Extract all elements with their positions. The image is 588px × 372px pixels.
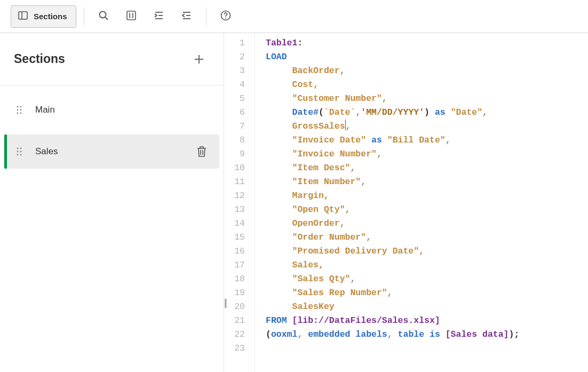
code-line[interactable]: "Order Number", [266, 231, 519, 244]
svg-point-27 [17, 154, 19, 156]
sections-panel-title: Sections [14, 52, 65, 66]
main-area: Sections MainSales || 123456789101112131… [0, 33, 588, 372]
code-editor[interactable]: 1234567891011121314151617181920212223 Ta… [224, 33, 588, 372]
search-button[interactable] [92, 5, 115, 28]
svg-point-25 [17, 151, 19, 153]
code-line[interactable]: FROM [lib://DataFiles/Sales.xlsx] [266, 314, 519, 328]
comment-button[interactable] [120, 5, 143, 28]
sections-list: MainSales [0, 85, 224, 372]
line-number: 8 [224, 133, 245, 147]
drag-handle-icon[interactable] [16, 146, 23, 157]
line-number: 22 [224, 328, 245, 342]
delete-section-button[interactable] [194, 144, 210, 160]
code-line[interactable]: BackOrder, [266, 64, 519, 78]
line-number: 6 [224, 106, 245, 120]
svg-point-26 [20, 151, 22, 153]
section-item[interactable]: Sales [4, 134, 219, 169]
indent-button[interactable] [147, 5, 171, 28]
sections-toggle-label: Sections [34, 12, 67, 21]
code-area[interactable]: Table1:LOAD BackOrder, Cost, "Customer N… [255, 33, 519, 372]
code-line[interactable]: (ooxml, embedded labels, table is [Sales… [266, 328, 519, 342]
code-line[interactable]: "Invoice Date" as "Bill Date", [266, 133, 519, 147]
sections-toggle-button[interactable]: Sections [11, 5, 76, 28]
section-item-label: Sales [35, 146, 182, 157]
top-toolbar: Sections [0, 0, 588, 33]
line-number: 23 [224, 342, 245, 355]
help-icon [220, 10, 232, 23]
line-number: 7 [224, 120, 245, 133]
line-number: 10 [224, 161, 245, 175]
line-number-gutter: 1234567891011121314151617181920212223 [224, 33, 255, 372]
svg-line-3 [105, 17, 108, 20]
svg-point-23 [17, 148, 19, 149]
line-number: 16 [224, 244, 245, 258]
svg-point-24 [20, 148, 22, 149]
line-number: 3 [224, 64, 245, 78]
help-button[interactable] [214, 5, 237, 28]
code-line[interactable]: "Open Qty", [266, 203, 519, 217]
code-line[interactable]: "Promised Delivery Date", [266, 244, 519, 258]
line-number: 19 [224, 286, 245, 300]
code-line[interactable] [266, 342, 519, 355]
code-line[interactable]: Margin, [266, 189, 519, 203]
code-line[interactable]: "Sales Qty", [266, 272, 519, 286]
line-number: 12 [224, 189, 245, 203]
code-line[interactable]: "Invoice Number", [266, 147, 519, 161]
line-number: 21 [224, 314, 245, 328]
section-item-label: Main [35, 105, 210, 115]
toolbar-separator [84, 7, 84, 26]
svg-point-20 [20, 109, 22, 111]
svg-point-19 [17, 109, 19, 111]
code-line[interactable]: OpenOrder, [266, 217, 519, 231]
svg-rect-4 [127, 11, 136, 20]
line-number: 2 [224, 50, 245, 64]
splitter-handle[interactable]: || [224, 297, 226, 308]
code-line[interactable]: LOAD [266, 50, 519, 64]
line-number: 5 [224, 92, 245, 106]
line-number: 1 [224, 36, 245, 50]
line-number: 11 [224, 175, 245, 189]
line-number: 20 [224, 300, 245, 314]
code-line[interactable]: Sales, [266, 258, 519, 272]
section-item[interactable]: Main [4, 93, 219, 127]
sections-panel-header: Sections [0, 33, 224, 85]
code-line[interactable]: "Customer Number", [266, 92, 519, 106]
code-line[interactable]: "Sales Rep Number", [266, 286, 519, 300]
code-line[interactable]: Cost, [266, 78, 519, 92]
svg-point-18 [20, 106, 22, 108]
code-line[interactable]: Table1: [266, 36, 519, 50]
svg-point-2 [99, 12, 106, 18]
outdent-icon [181, 10, 193, 23]
search-icon [98, 10, 109, 23]
line-number: 18 [224, 272, 245, 286]
line-number: 9 [224, 147, 245, 161]
indent-icon [153, 10, 165, 23]
svg-point-28 [20, 154, 22, 156]
svg-point-22 [20, 113, 22, 114]
code-line[interactable]: "Item Desc", [266, 161, 519, 175]
line-number: 17 [224, 258, 245, 272]
panel-icon [18, 10, 28, 22]
svg-rect-0 [19, 12, 27, 19]
line-number: 14 [224, 217, 245, 231]
code-line[interactable]: Date#(`Date`,'MM/DD/YYYY') as "Date", [266, 106, 519, 120]
svg-point-21 [17, 113, 19, 114]
comment-icon [125, 10, 137, 23]
code-line[interactable]: GrossSales, [266, 120, 519, 133]
code-line[interactable]: SalesKey [266, 300, 519, 314]
svg-point-14 [225, 18, 226, 19]
svg-point-17 [17, 106, 19, 108]
line-number: 13 [224, 203, 245, 217]
sections-panel: Sections MainSales || [0, 33, 224, 372]
code-line[interactable]: "Item Number", [266, 175, 519, 189]
plus-icon [193, 53, 205, 65]
drag-handle-icon[interactable] [16, 105, 23, 115]
toolbar-separator [206, 7, 206, 26]
line-number: 15 [224, 231, 245, 244]
add-section-button[interactable] [188, 49, 210, 70]
outdent-button[interactable] [175, 5, 198, 28]
line-number: 4 [224, 78, 245, 92]
